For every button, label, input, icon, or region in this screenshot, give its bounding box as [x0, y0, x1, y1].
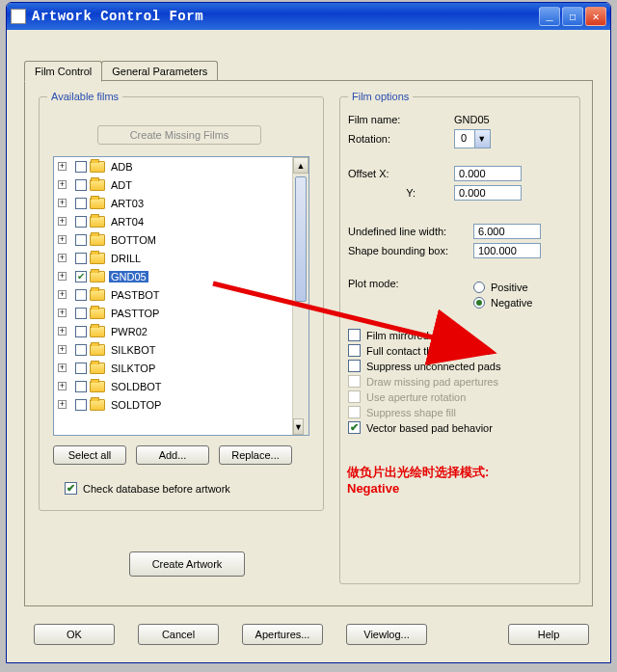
- tree-item-label: DRILL: [109, 253, 143, 264]
- radio-positive[interactable]: [473, 282, 485, 293]
- tree-item-label: PWR02: [109, 326, 149, 337]
- expand-icon[interactable]: +: [58, 235, 67, 244]
- expand-icon[interactable]: +: [58, 363, 67, 372]
- draw-missing-row: Draw missing pad apertures: [348, 375, 572, 388]
- folder-icon: [90, 308, 105, 319]
- expand-icon[interactable]: +: [58, 199, 67, 207]
- tree-item[interactable]: +ADB: [54, 157, 292, 175]
- folder-icon: [90, 234, 105, 246]
- ok-button[interactable]: OK: [34, 624, 115, 645]
- tree-scrollbar[interactable]: ▲ ▼: [292, 157, 308, 435]
- plot-mode-negative[interactable]: Negative: [473, 297, 532, 309]
- title-bar[interactable]: Artwork Control Form _ ☐ ✕: [7, 3, 610, 30]
- tree-checkbox[interactable]: ✔: [75, 271, 87, 282]
- scroll-thumb[interactable]: [295, 176, 307, 302]
- tree-item[interactable]: +SILKBOT: [54, 340, 292, 359]
- suppress-unconn-checkbox[interactable]: [348, 360, 361, 372]
- plot-mode-positive[interactable]: Positive: [473, 282, 532, 293]
- tree-item-label: ART03: [109, 198, 146, 209]
- help-button[interactable]: Help: [508, 624, 589, 645]
- scroll-up-button[interactable]: ▲: [293, 157, 308, 174]
- folder-icon: [90, 161, 105, 173]
- expand-icon[interactable]: +: [58, 217, 67, 226]
- minimize-button[interactable]: _: [539, 7, 560, 26]
- check-db-checkbox[interactable]: ✔: [65, 482, 77, 495]
- create-missing-films-button[interactable]: Create Missing Films: [97, 125, 261, 145]
- tree-item[interactable]: +ART04: [54, 212, 292, 230]
- folder-icon: [90, 216, 105, 228]
- undef-line-input[interactable]: [473, 224, 541, 239]
- tree-checkbox[interactable]: [75, 308, 87, 319]
- select-all-button[interactable]: Select all: [53, 445, 126, 465]
- shape-box-input[interactable]: [473, 243, 541, 258]
- offset-x-input[interactable]: [454, 166, 522, 181]
- expand-icon[interactable]: +: [58, 345, 67, 354]
- maximize-button[interactable]: ☐: [562, 7, 583, 26]
- expand-icon[interactable]: +: [58, 272, 67, 281]
- replace-button[interactable]: Replace...: [219, 445, 292, 465]
- create-artwork-button[interactable]: Create Artwork: [129, 551, 245, 577]
- tree-checkbox[interactable]: [75, 363, 87, 374]
- film-options-group: Film options Film name: GND05 Rotation: …: [339, 91, 580, 584]
- tree-item[interactable]: +✔GND05: [54, 267, 292, 285]
- expand-icon[interactable]: +: [58, 180, 67, 189]
- tree-checkbox[interactable]: [75, 161, 87, 173]
- tree-item-label: ADT: [109, 179, 134, 191]
- tree-item[interactable]: +SILKTOP: [54, 359, 292, 377]
- films-tree[interactable]: +ADB+ADT+ART03+ART04+BOTTOM+DRILL+✔GND05…: [53, 156, 309, 436]
- tree-checkbox[interactable]: [75, 253, 87, 264]
- expand-icon[interactable]: +: [58, 400, 67, 409]
- folder-icon: [90, 399, 105, 411]
- expand-icon[interactable]: +: [58, 309, 67, 317]
- suppress-unconn-row[interactable]: Suppress unconnected pads: [348, 360, 572, 372]
- tree-item-label: GND05: [109, 271, 148, 282]
- tree-checkbox[interactable]: [75, 289, 87, 301]
- vector-pad-row[interactable]: ✔ Vector based pad behavior: [348, 421, 572, 434]
- undef-line-label: Undefined line width:: [348, 226, 473, 237]
- offset-x-label: Offset X:: [348, 168, 454, 179]
- tree-checkbox[interactable]: [75, 399, 87, 411]
- vector-pad-checkbox[interactable]: ✔: [348, 421, 361, 434]
- full-contact-checkbox[interactable]: [348, 344, 361, 357]
- tab-general-parameters[interactable]: General Parameters: [101, 61, 218, 82]
- tree-checkbox[interactable]: [75, 179, 87, 191]
- rotation-select[interactable]: 0 ▼: [454, 129, 491, 148]
- tree-checkbox[interactable]: [75, 216, 87, 228]
- tree-item[interactable]: +SOLDBOT: [54, 377, 292, 395]
- tree-item[interactable]: +DRILL: [54, 249, 292, 267]
- tree-item[interactable]: +BOTTOM: [54, 230, 292, 249]
- full-contact-row[interactable]: Full contact thermal-reliefs: [348, 344, 572, 357]
- offset-y-input[interactable]: [454, 185, 522, 201]
- cancel-button[interactable]: Cancel: [138, 624, 219, 645]
- radio-negative[interactable]: [473, 297, 485, 309]
- tree-item[interactable]: +SOLDTOP: [54, 395, 292, 414]
- folder-icon: [90, 253, 105, 264]
- tab-film-control[interactable]: Film Control: [24, 61, 102, 82]
- viewlog-button[interactable]: Viewlog...: [346, 624, 427, 645]
- tree-checkbox[interactable]: [75, 234, 87, 246]
- tree-checkbox[interactable]: [75, 326, 87, 337]
- tree-checkbox[interactable]: [75, 344, 87, 356]
- expand-icon[interactable]: +: [58, 382, 67, 390]
- tree-item[interactable]: +ADT: [54, 175, 292, 194]
- expand-icon[interactable]: +: [58, 254, 67, 262]
- tree-item[interactable]: +PWR02: [54, 322, 292, 340]
- tree-item[interactable]: +PASTTOP: [54, 304, 292, 322]
- scroll-down-button[interactable]: ▼: [293, 418, 304, 435]
- apertures-button[interactable]: Apertures...: [242, 624, 323, 645]
- expand-icon[interactable]: +: [58, 162, 67, 171]
- film-mirrored-row[interactable]: Film mirrored: [348, 329, 572, 341]
- expand-icon[interactable]: +: [58, 327, 67, 336]
- tree-checkbox[interactable]: [75, 381, 87, 392]
- tree-item[interactable]: +ART03: [54, 194, 292, 212]
- film-mirrored-checkbox[interactable]: [348, 329, 361, 341]
- check-db-row[interactable]: ✔ Check database before artwork: [65, 482, 230, 495]
- expand-icon[interactable]: +: [58, 290, 67, 299]
- tree-checkbox[interactable]: [75, 198, 87, 209]
- film-options-legend: Film options: [348, 91, 413, 102]
- add-button[interactable]: Add...: [136, 445, 209, 465]
- folder-icon: [90, 198, 105, 209]
- tree-item[interactable]: +PASTBOT: [54, 285, 292, 304]
- close-button[interactable]: ✕: [585, 7, 606, 26]
- tree-item-label: SILKTOP: [109, 363, 157, 374]
